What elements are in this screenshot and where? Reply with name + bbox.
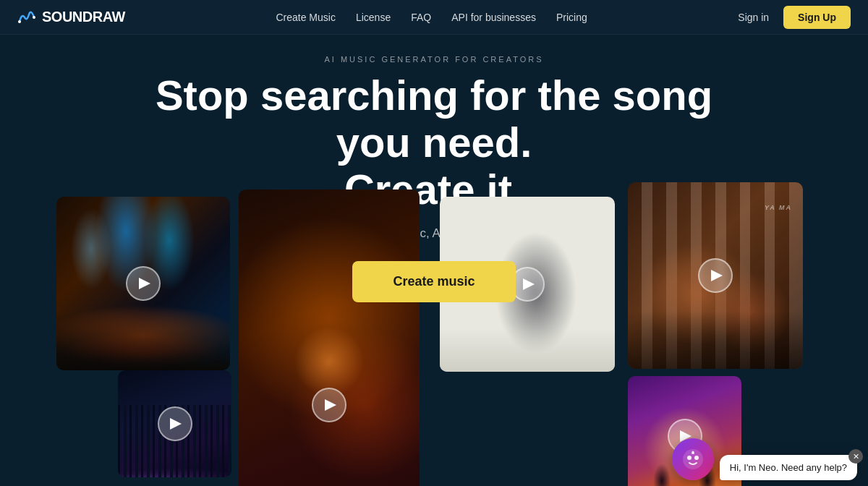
svg-point-4 xyxy=(687,456,692,460)
neo-avatar[interactable] xyxy=(672,438,714,480)
logo-text: SOUNDRAW xyxy=(42,9,125,25)
svg-point-2 xyxy=(33,16,35,19)
logo-icon xyxy=(17,7,38,27)
hero-title-line1: Stop searching for the song you need. xyxy=(156,72,712,166)
nav-links: Create Music License FAQ API for busines… xyxy=(276,12,587,23)
play-button-dancer[interactable] xyxy=(312,388,346,422)
nav-pricing[interactable]: Pricing xyxy=(556,12,587,23)
chat-message: Hi, I'm Neo. Need any help? xyxy=(730,462,847,473)
svg-point-5 xyxy=(694,456,699,460)
hero-section: AI MUSIC GENERATOR FOR CREATORS Stop sea… xyxy=(0,0,868,486)
signin-link[interactable]: Sign in xyxy=(738,12,769,23)
hero-subtitle: AI MUSIC GENERATOR FOR CREATORS xyxy=(324,55,543,64)
play-button-piano[interactable] xyxy=(698,258,733,293)
yamaha-label: YA MA xyxy=(765,204,792,211)
svg-point-7 xyxy=(692,451,694,453)
media-card-city xyxy=(118,370,231,477)
chat-widget: ✕ Hi, I'm Neo. Need any help? xyxy=(672,438,857,480)
chat-popup: ✕ Hi, I'm Neo. Need any help? xyxy=(720,455,857,480)
nav-license[interactable]: License xyxy=(356,12,391,23)
play-button-city[interactable] xyxy=(158,406,192,441)
navbar: SOUNDRAW Create Music License FAQ API fo… xyxy=(0,0,868,35)
play-button-concert[interactable] xyxy=(126,266,161,301)
nav-api[interactable]: API for businesses xyxy=(451,12,536,23)
hero-title-line2: Create it. xyxy=(344,166,524,213)
close-chat-button[interactable]: ✕ xyxy=(848,449,863,464)
nav-create-music[interactable]: Create Music xyxy=(276,12,335,23)
logo[interactable]: SOUNDRAW xyxy=(17,7,125,27)
nav-right: Sign in Sign Up xyxy=(738,6,851,29)
media-card-concert xyxy=(56,197,230,370)
neo-bot-icon xyxy=(682,448,704,470)
create-music-button[interactable]: Create music xyxy=(352,261,515,302)
svg-point-1 xyxy=(18,20,21,23)
hero-title: Stop searching for the song you need. Cr… xyxy=(123,72,745,213)
nav-faq[interactable]: FAQ xyxy=(411,12,431,23)
hero-description: Royalty-free music, AI generated for you xyxy=(324,226,543,241)
signup-button[interactable]: Sign Up xyxy=(783,6,851,29)
